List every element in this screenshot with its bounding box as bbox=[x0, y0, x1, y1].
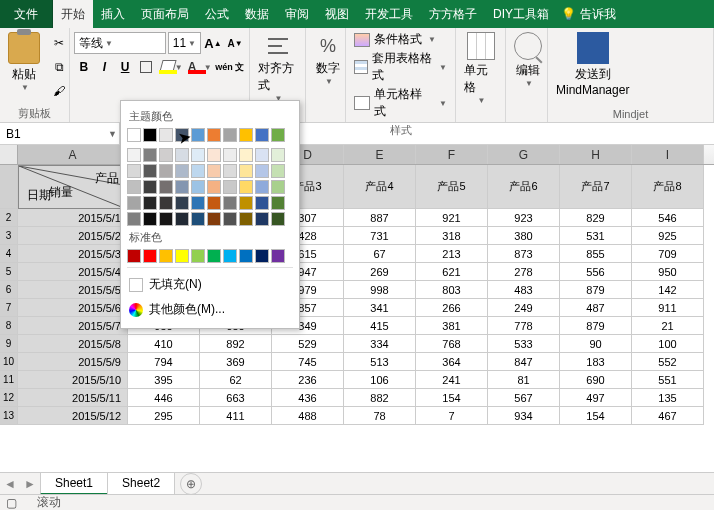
ribbon-tab-9[interactable]: DIY工具箱 bbox=[485, 0, 557, 28]
row-header[interactable] bbox=[0, 165, 18, 209]
data-cell[interactable]: 998 bbox=[344, 281, 416, 299]
data-cell[interactable]: 410 bbox=[128, 335, 200, 353]
data-cell[interactable]: 925 bbox=[632, 227, 704, 245]
color-swatch[interactable] bbox=[191, 164, 205, 178]
tell-me[interactable]: 💡 告诉我 bbox=[561, 6, 616, 23]
data-cell[interactable]: 663 bbox=[200, 389, 272, 407]
color-swatch[interactable] bbox=[255, 164, 269, 178]
data-cell[interactable]: 768 bbox=[416, 335, 488, 353]
color-swatch[interactable] bbox=[159, 212, 173, 226]
color-swatch[interactable] bbox=[159, 164, 173, 178]
data-cell[interactable]: 887 bbox=[344, 209, 416, 227]
select-all-corner[interactable] bbox=[0, 145, 18, 164]
ribbon-tab-7[interactable]: 开发工具 bbox=[357, 0, 421, 28]
data-cell[interactable]: 487 bbox=[560, 299, 632, 317]
color-swatch[interactable] bbox=[191, 249, 205, 263]
worksheet-grid[interactable]: ABCDEFGHI 产品 日期 销量 产品1产品2产品3产品4产品5产品6产品7… bbox=[0, 145, 714, 425]
format-painter-button[interactable]: 🖌 bbox=[48, 80, 70, 102]
row-header[interactable]: 13 bbox=[0, 407, 18, 425]
data-cell[interactable]: 67 bbox=[344, 245, 416, 263]
number-format-button[interactable]: % 数字▼ bbox=[310, 30, 346, 88]
color-swatch[interactable] bbox=[255, 180, 269, 194]
data-cell[interactable]: 529 bbox=[272, 335, 344, 353]
color-swatch[interactable] bbox=[239, 212, 253, 226]
date-cell[interactable]: 2015/5/5 bbox=[18, 281, 128, 299]
color-swatch[interactable] bbox=[159, 128, 173, 142]
no-fill-item[interactable]: 无填充(N) bbox=[127, 272, 293, 297]
grow-font-button[interactable]: A▲ bbox=[203, 32, 223, 54]
editing-button[interactable]: 编辑▼ bbox=[510, 30, 546, 90]
data-cell[interactable]: 446 bbox=[128, 389, 200, 407]
color-swatch[interactable] bbox=[239, 180, 253, 194]
color-swatch[interactable] bbox=[143, 196, 157, 210]
date-cell[interactable]: 2015/5/2 bbox=[18, 227, 128, 245]
color-swatch[interactable] bbox=[127, 212, 141, 226]
data-cell[interactable]: 794 bbox=[128, 353, 200, 371]
date-cell[interactable]: 2015/5/1 bbox=[18, 209, 128, 227]
data-cell[interactable]: 295 bbox=[128, 407, 200, 425]
ribbon-tab-8[interactable]: 方方格子 bbox=[421, 0, 485, 28]
cut-button[interactable]: ✂ bbox=[48, 32, 70, 54]
ribbon-tab-4[interactable]: 数据 bbox=[237, 0, 277, 28]
color-swatch[interactable] bbox=[271, 148, 285, 162]
data-cell[interactable]: 81 bbox=[488, 371, 560, 389]
data-cell[interactable]: 142 bbox=[632, 281, 704, 299]
data-cell[interactable]: 269 bbox=[344, 263, 416, 281]
col-header-E[interactable]: E bbox=[344, 145, 416, 164]
ribbon-tab-5[interactable]: 审阅 bbox=[277, 0, 317, 28]
data-cell[interactable]: 249 bbox=[488, 299, 560, 317]
color-swatch[interactable] bbox=[159, 249, 173, 263]
data-cell[interactable]: 829 bbox=[560, 209, 632, 227]
data-cell[interactable]: 709 bbox=[632, 245, 704, 263]
sheet-tab[interactable]: Sheet2 bbox=[107, 472, 175, 495]
date-cell[interactable]: 2015/5/6 bbox=[18, 299, 128, 317]
color-swatch[interactable] bbox=[223, 249, 237, 263]
color-swatch[interactable] bbox=[143, 212, 157, 226]
data-cell[interactable]: 923 bbox=[488, 209, 560, 227]
product-header[interactable]: 产品6 bbox=[488, 165, 560, 209]
data-cell[interactable]: 467 bbox=[632, 407, 704, 425]
shrink-font-button[interactable]: A▼ bbox=[225, 32, 245, 54]
color-swatch[interactable] bbox=[127, 148, 141, 162]
ribbon-tab-1[interactable]: 插入 bbox=[93, 0, 133, 28]
sheet-tab[interactable]: Sheet1 bbox=[40, 472, 108, 495]
data-cell[interactable]: 855 bbox=[560, 245, 632, 263]
color-swatch[interactable] bbox=[255, 212, 269, 226]
data-cell[interactable]: 266 bbox=[416, 299, 488, 317]
data-cell[interactable]: 395 bbox=[128, 371, 200, 389]
data-cell[interactable]: 62 bbox=[200, 371, 272, 389]
row-header[interactable]: 12 bbox=[0, 389, 18, 407]
color-swatch[interactable] bbox=[223, 148, 237, 162]
color-swatch[interactable] bbox=[239, 164, 253, 178]
color-swatch[interactable] bbox=[127, 180, 141, 194]
date-cell[interactable]: 2015/5/8 bbox=[18, 335, 128, 353]
data-cell[interactable]: 551 bbox=[632, 371, 704, 389]
color-swatch[interactable] bbox=[175, 249, 189, 263]
data-cell[interactable]: 488 bbox=[272, 407, 344, 425]
record-macro-icon[interactable]: ▢ bbox=[6, 496, 17, 510]
sheet-nav-arrows[interactable]: ◄► bbox=[0, 477, 40, 491]
date-cell[interactable]: 2015/5/3 bbox=[18, 245, 128, 263]
data-cell[interactable]: 556 bbox=[560, 263, 632, 281]
data-cell[interactable]: 921 bbox=[416, 209, 488, 227]
data-cell[interactable]: 745 bbox=[272, 353, 344, 371]
data-cell[interactable]: 911 bbox=[632, 299, 704, 317]
color-swatch[interactable] bbox=[191, 180, 205, 194]
data-cell[interactable]: 411 bbox=[200, 407, 272, 425]
ribbon-tab-3[interactable]: 公式 bbox=[197, 0, 237, 28]
color-swatch[interactable] bbox=[223, 196, 237, 210]
data-cell[interactable]: 21 bbox=[632, 317, 704, 335]
row-header[interactable]: 6 bbox=[0, 281, 18, 299]
data-cell[interactable]: 950 bbox=[632, 263, 704, 281]
data-cell[interactable]: 436 bbox=[272, 389, 344, 407]
ribbon-tab-0[interactable]: 开始 bbox=[53, 0, 93, 28]
data-cell[interactable]: 364 bbox=[416, 353, 488, 371]
color-swatch[interactable] bbox=[271, 128, 285, 142]
mindjet-send-button[interactable]: 发送到 MindManager bbox=[552, 30, 633, 99]
col-header-G[interactable]: G bbox=[488, 145, 560, 164]
color-swatch[interactable] bbox=[175, 196, 189, 210]
color-swatch[interactable] bbox=[175, 148, 189, 162]
data-cell[interactable]: 879 bbox=[560, 281, 632, 299]
data-cell[interactable]: 533 bbox=[488, 335, 560, 353]
color-swatch[interactable] bbox=[207, 128, 221, 142]
